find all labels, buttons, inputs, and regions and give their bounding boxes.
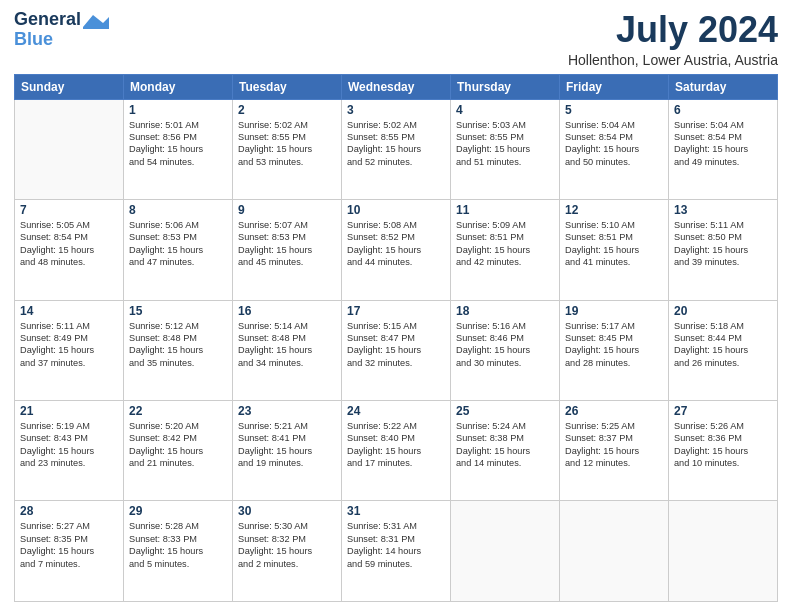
cell-content: Sunrise: 5:16 AMSunset: 8:46 PMDaylight:… (456, 320, 554, 370)
table-row: 3Sunrise: 5:02 AMSunset: 8:55 PMDaylight… (342, 99, 451, 199)
cell-content: Sunrise: 5:04 AMSunset: 8:54 PMDaylight:… (565, 119, 663, 169)
table-row: 22Sunrise: 5:20 AMSunset: 8:42 PMDayligh… (124, 401, 233, 501)
day-number: 12 (565, 203, 663, 217)
cell-content: Sunrise: 5:07 AMSunset: 8:53 PMDaylight:… (238, 219, 336, 269)
day-number: 27 (674, 404, 772, 418)
table-row: 26Sunrise: 5:25 AMSunset: 8:37 PMDayligh… (560, 401, 669, 501)
day-number: 16 (238, 304, 336, 318)
day-number: 18 (456, 304, 554, 318)
col-wednesday: Wednesday (342, 74, 451, 99)
table-row: 16Sunrise: 5:14 AMSunset: 8:48 PMDayligh… (233, 300, 342, 400)
cell-content: Sunrise: 5:03 AMSunset: 8:55 PMDaylight:… (456, 119, 554, 169)
calendar-week-row: 28Sunrise: 5:27 AMSunset: 8:35 PMDayligh… (15, 501, 778, 602)
cell-content: Sunrise: 5:19 AMSunset: 8:43 PMDaylight:… (20, 420, 118, 470)
cell-content: Sunrise: 5:21 AMSunset: 8:41 PMDaylight:… (238, 420, 336, 470)
day-number: 15 (129, 304, 227, 318)
table-row: 21Sunrise: 5:19 AMSunset: 8:43 PMDayligh… (15, 401, 124, 501)
day-number: 28 (20, 504, 118, 518)
cell-content: Sunrise: 5:02 AMSunset: 8:55 PMDaylight:… (347, 119, 445, 169)
col-monday: Monday (124, 74, 233, 99)
day-number: 11 (456, 203, 554, 217)
day-number: 9 (238, 203, 336, 217)
cell-content: Sunrise: 5:08 AMSunset: 8:52 PMDaylight:… (347, 219, 445, 269)
table-row (669, 501, 778, 602)
table-row: 25Sunrise: 5:24 AMSunset: 8:38 PMDayligh… (451, 401, 560, 501)
table-row: 13Sunrise: 5:11 AMSunset: 8:50 PMDayligh… (669, 200, 778, 300)
cell-content: Sunrise: 5:18 AMSunset: 8:44 PMDaylight:… (674, 320, 772, 370)
day-number: 4 (456, 103, 554, 117)
location: Hollenthon, Lower Austria, Austria (568, 52, 778, 68)
table-row: 19Sunrise: 5:17 AMSunset: 8:45 PMDayligh… (560, 300, 669, 400)
calendar-week-row: 1Sunrise: 5:01 AMSunset: 8:56 PMDaylight… (15, 99, 778, 199)
cell-content: Sunrise: 5:22 AMSunset: 8:40 PMDaylight:… (347, 420, 445, 470)
cell-content: Sunrise: 5:01 AMSunset: 8:56 PMDaylight:… (129, 119, 227, 169)
day-number: 3 (347, 103, 445, 117)
day-number: 10 (347, 203, 445, 217)
cell-content: Sunrise: 5:04 AMSunset: 8:54 PMDaylight:… (674, 119, 772, 169)
table-row: 31Sunrise: 5:31 AMSunset: 8:31 PMDayligh… (342, 501, 451, 602)
table-row: 20Sunrise: 5:18 AMSunset: 8:44 PMDayligh… (669, 300, 778, 400)
day-number: 23 (238, 404, 336, 418)
col-saturday: Saturday (669, 74, 778, 99)
table-row: 12Sunrise: 5:10 AMSunset: 8:51 PMDayligh… (560, 200, 669, 300)
table-row (560, 501, 669, 602)
header: General Blue July 2024 Hollenthon, Lower… (14, 10, 778, 68)
cell-content: Sunrise: 5:05 AMSunset: 8:54 PMDaylight:… (20, 219, 118, 269)
cell-content: Sunrise: 5:11 AMSunset: 8:50 PMDaylight:… (674, 219, 772, 269)
col-thursday: Thursday (451, 74, 560, 99)
month-title: July 2024 (568, 10, 778, 50)
table-row: 18Sunrise: 5:16 AMSunset: 8:46 PMDayligh… (451, 300, 560, 400)
logo: General Blue (14, 10, 109, 50)
table-row: 6Sunrise: 5:04 AMSunset: 8:54 PMDaylight… (669, 99, 778, 199)
day-number: 22 (129, 404, 227, 418)
day-number: 19 (565, 304, 663, 318)
calendar-week-row: 21Sunrise: 5:19 AMSunset: 8:43 PMDayligh… (15, 401, 778, 501)
cell-content: Sunrise: 5:24 AMSunset: 8:38 PMDaylight:… (456, 420, 554, 470)
cell-content: Sunrise: 5:31 AMSunset: 8:31 PMDaylight:… (347, 520, 445, 570)
cell-content: Sunrise: 5:27 AMSunset: 8:35 PMDaylight:… (20, 520, 118, 570)
day-number: 21 (20, 404, 118, 418)
table-row: 2Sunrise: 5:02 AMSunset: 8:55 PMDaylight… (233, 99, 342, 199)
logo-icon (83, 13, 109, 29)
table-row: 9Sunrise: 5:07 AMSunset: 8:53 PMDaylight… (233, 200, 342, 300)
cell-content: Sunrise: 5:11 AMSunset: 8:49 PMDaylight:… (20, 320, 118, 370)
day-number: 29 (129, 504, 227, 518)
cell-content: Sunrise: 5:12 AMSunset: 8:48 PMDaylight:… (129, 320, 227, 370)
day-number: 6 (674, 103, 772, 117)
logo-general: General (14, 9, 81, 29)
table-row: 14Sunrise: 5:11 AMSunset: 8:49 PMDayligh… (15, 300, 124, 400)
table-row: 15Sunrise: 5:12 AMSunset: 8:48 PMDayligh… (124, 300, 233, 400)
table-row (451, 501, 560, 602)
table-row: 5Sunrise: 5:04 AMSunset: 8:54 PMDaylight… (560, 99, 669, 199)
cell-content: Sunrise: 5:17 AMSunset: 8:45 PMDaylight:… (565, 320, 663, 370)
cell-content: Sunrise: 5:02 AMSunset: 8:55 PMDaylight:… (238, 119, 336, 169)
cell-content: Sunrise: 5:06 AMSunset: 8:53 PMDaylight:… (129, 219, 227, 269)
cell-content: Sunrise: 5:15 AMSunset: 8:47 PMDaylight:… (347, 320, 445, 370)
day-number: 2 (238, 103, 336, 117)
day-number: 31 (347, 504, 445, 518)
table-row: 28Sunrise: 5:27 AMSunset: 8:35 PMDayligh… (15, 501, 124, 602)
day-number: 26 (565, 404, 663, 418)
day-number: 7 (20, 203, 118, 217)
col-friday: Friday (560, 74, 669, 99)
table-row: 24Sunrise: 5:22 AMSunset: 8:40 PMDayligh… (342, 401, 451, 501)
day-number: 20 (674, 304, 772, 318)
table-row: 8Sunrise: 5:06 AMSunset: 8:53 PMDaylight… (124, 200, 233, 300)
svg-marker-0 (83, 15, 109, 29)
logo-blue: Blue (14, 30, 53, 50)
cell-content: Sunrise: 5:14 AMSunset: 8:48 PMDaylight:… (238, 320, 336, 370)
cell-content: Sunrise: 5:28 AMSunset: 8:33 PMDaylight:… (129, 520, 227, 570)
day-number: 5 (565, 103, 663, 117)
logo-text: General (14, 10, 81, 30)
calendar-table: Sunday Monday Tuesday Wednesday Thursday… (14, 74, 778, 602)
table-row: 27Sunrise: 5:26 AMSunset: 8:36 PMDayligh… (669, 401, 778, 501)
cell-content: Sunrise: 5:26 AMSunset: 8:36 PMDaylight:… (674, 420, 772, 470)
day-number: 13 (674, 203, 772, 217)
cell-content: Sunrise: 5:25 AMSunset: 8:37 PMDaylight:… (565, 420, 663, 470)
table-row: 29Sunrise: 5:28 AMSunset: 8:33 PMDayligh… (124, 501, 233, 602)
day-number: 14 (20, 304, 118, 318)
day-number: 30 (238, 504, 336, 518)
col-tuesday: Tuesday (233, 74, 342, 99)
table-row: 17Sunrise: 5:15 AMSunset: 8:47 PMDayligh… (342, 300, 451, 400)
calendar-week-row: 14Sunrise: 5:11 AMSunset: 8:49 PMDayligh… (15, 300, 778, 400)
